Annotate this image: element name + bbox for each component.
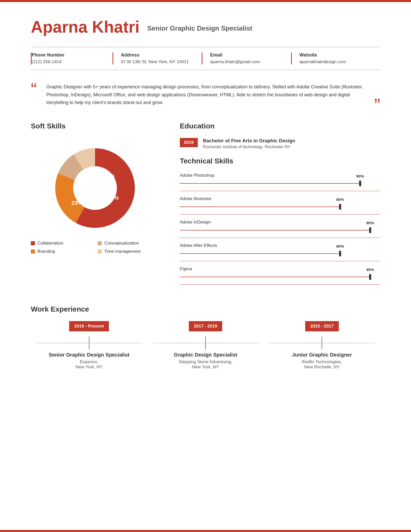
skills-list: Adobe Photoshop 90% Adobe Illustrator 80…: [180, 173, 380, 285]
full-name: Aparna Khatri: [31, 17, 139, 36]
email-value: aparna.khatri@gmail.com: [210, 59, 260, 64]
legend-color-time-management: [98, 249, 102, 254]
work-company: Redfin Technologies,New Rochelle, NY: [269, 359, 375, 370]
education-year: 2019: [180, 138, 198, 147]
work-period: 2017 - 2019: [189, 321, 222, 331]
work-job-title: Graphic Design Specialist: [152, 352, 258, 358]
two-column-section: Soft Skills: [31, 122, 380, 290]
donut-chart: 9% 10% 23% 58%: [44, 138, 146, 236]
work-job-title: Senior Graphic Design Specialist: [36, 352, 142, 358]
education-title: Education: [180, 122, 380, 130]
work-period: 2019 - Present: [69, 321, 109, 331]
skill-bar-fill: [180, 230, 370, 230]
timeline-tick: [322, 337, 322, 349]
legend-label-branding: Branding: [38, 249, 55, 254]
legend-collaboration: Collaboration: [31, 241, 92, 246]
soft-skills-legend: Collaboration Conceptualization Branding…: [31, 241, 159, 254]
skill-name: Adobe After Effects: [180, 243, 380, 248]
skill-row: Figma 95%: [180, 266, 380, 285]
header-section: Aparna Khatri Senior Graphic Design Spec…: [31, 17, 380, 36]
skill-bar: 95%: [180, 226, 380, 234]
legend-color-branding: [31, 249, 35, 254]
skill-bar: 80%: [180, 203, 380, 211]
skill-pct: 90%: [356, 174, 364, 178]
skill-bar-fill: [180, 277, 370, 277]
skill-name: Adobe Photoshop: [180, 173, 380, 178]
work-line: [36, 337, 142, 349]
skill-marker: 80%: [339, 204, 341, 210]
work-line: [152, 337, 258, 349]
skill-row: Adobe Illustrator 80%: [180, 196, 380, 214]
legend-color-collaboration: [31, 241, 35, 245]
skill-bar: 80%: [180, 250, 380, 257]
website-value: aparnakhatridesign.com: [300, 59, 346, 64]
soft-skills-section: Soft Skills: [31, 122, 159, 290]
work-experience-section: Work Experience 2019 - Present Senior Gr…: [31, 305, 380, 370]
skill-pct: 80%: [336, 197, 344, 202]
skill-row: Adobe InDesign 95%: [180, 220, 380, 238]
timeline-tick: [89, 337, 89, 349]
education-details: Bachelor of Fine Arts in Graphic Design …: [203, 138, 295, 149]
email-label: Email: [210, 52, 283, 58]
skill-row: Adobe Photoshop 90%: [180, 173, 380, 191]
quote-section: “ Graphic Designer with 5+ years of expe…: [31, 83, 380, 107]
top-border: [0, 0, 411, 2]
contact-website: Website aparnakhatridesign.com: [291, 52, 380, 64]
work-line: [269, 337, 375, 349]
skill-name: Figma: [180, 266, 380, 272]
right-column: Education 2019 Bachelor of Fine Arts in …: [180, 122, 380, 290]
phone-value: (212) 256-1414: [32, 59, 61, 64]
contact-email: Email aparna.khatri@gmail.com: [202, 52, 291, 64]
website-label: Website: [300, 52, 373, 58]
quote-open-icon: “: [31, 80, 37, 98]
work-company: Experion,New York, NY: [36, 359, 142, 370]
work-job-title: Junior Graphic Designer: [269, 352, 375, 358]
skill-name: Adobe Illustrator: [180, 196, 380, 201]
quote-text: Graphic Designer with 5+ years of experi…: [46, 83, 365, 107]
education-section: Education 2019 Bachelor of Fine Arts in …: [180, 122, 380, 149]
svg-text:58%: 58%: [107, 194, 119, 201]
legend-label-conceptualization: Conceptualization: [104, 241, 139, 246]
bottom-border: [0, 530, 411, 532]
education-school: Rochester Institute of technology, Roche…: [203, 145, 295, 149]
work-item: 2015 - 2017 Junior Graphic Designer Redf…: [264, 321, 380, 370]
skill-marker: 90%: [359, 181, 361, 186]
skill-pct: 95%: [366, 221, 374, 225]
legend-label-collaboration: Collaboration: [38, 241, 63, 246]
timeline-tick: [205, 337, 206, 349]
svg-text:9%: 9%: [106, 173, 115, 179]
quote-close-icon: ”: [374, 96, 380, 114]
technical-skills-section: Technical Skills Adobe Photoshop 90% Ado…: [180, 157, 380, 285]
legend-label-time-management: Time management: [104, 249, 141, 254]
legend-color-conceptualization: [98, 241, 102, 245]
legend-conceptualization: Conceptualization: [98, 241, 159, 246]
skill-marker: 95%: [369, 227, 371, 233]
technical-skills-title: Technical Skills: [180, 157, 380, 165]
skill-marker: 95%: [369, 274, 371, 280]
work-item: 2017 - 2019 Graphic Design Specialist St…: [147, 321, 264, 370]
legend-time-management: Time management: [98, 249, 159, 254]
skill-name: Adobe InDesign: [180, 220, 380, 225]
skill-bar-fill: [180, 183, 360, 184]
svg-text:23%: 23%: [71, 200, 83, 206]
svg-text:10%: 10%: [75, 183, 87, 189]
education-degree: Bachelor of Fine Arts in Graphic Design: [203, 138, 295, 144]
work-timeline: 2019 - Present Senior Graphic Design Spe…: [31, 321, 380, 370]
skill-bar-fill: [180, 207, 340, 207]
work-company: Stepping Stone Advertising,New York, NY: [152, 359, 258, 370]
skill-bar: 95%: [180, 273, 380, 281]
skill-bar: 90%: [180, 180, 380, 187]
skill-pct: 80%: [336, 244, 344, 248]
contact-phone: Phone Number (212) 256-1414: [31, 52, 113, 64]
skill-bar-fill: [180, 253, 340, 254]
work-item: 2019 - Present Senior Graphic Design Spe…: [31, 321, 147, 370]
skill-row: Adobe After Effects 80%: [180, 243, 380, 261]
contact-address: Address 47 W 13th St, New York, NY 10011: [113, 52, 202, 64]
contact-section: Phone Number (212) 256-1414 Address 47 W…: [31, 47, 380, 70]
work-experience-title: Work Experience: [31, 305, 380, 313]
work-period: 2015 - 2017: [305, 321, 339, 331]
address-label: Address: [121, 52, 194, 58]
skill-marker: 80%: [339, 251, 341, 256]
education-item: 2019 Bachelor of Fine Arts in Graphic De…: [180, 138, 380, 149]
job-title-header: Senior Graphic Design Specialist: [147, 22, 252, 32]
